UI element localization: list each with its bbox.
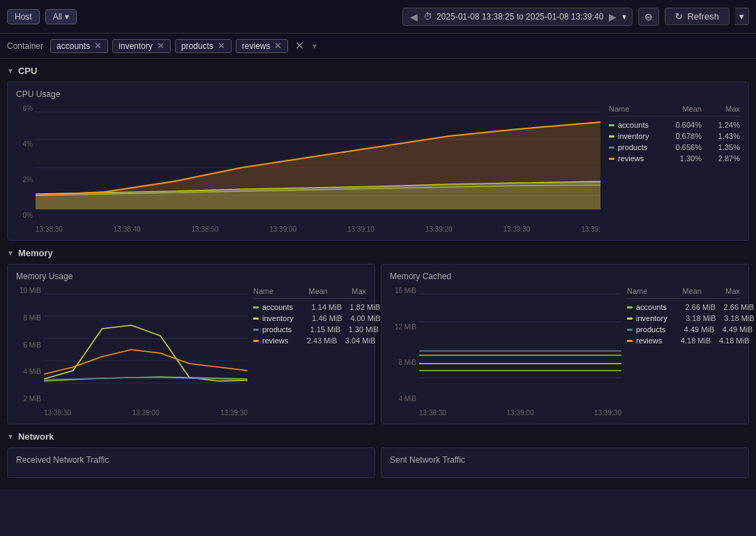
filter-tag-accounts-label: accounts [56, 41, 90, 51]
memory-section-label: Memory [18, 248, 53, 258]
cpu-section: ▼ CPU CPU Usage 6% 4% 2% 0% [7, 64, 749, 241]
memory-cached-legend: Name Mean Max accounts 2.66 MiB 2.66 MiB [621, 287, 740, 346]
products-color-dot [609, 147, 614, 149]
refresh-label: Refresh [687, 11, 719, 22]
mem-legend-products: products 1.15 MiB 1.30 MiB [253, 324, 366, 335]
legend-row-products: products 0.656% 1.35% [609, 142, 740, 153]
filter-bar: Container accounts ✕ inventory ✕ product… [0, 34, 756, 59]
legend-row-reviews: reviews 1.30% 2.87% [609, 153, 740, 164]
memory-usage-chart-container: 10 MiB 8 MiB 6 MiB 4 MiB 2 MiB [16, 287, 366, 417]
memory-cached-y-labels: 16 MiB 12 MiB 8 MiB 4 MiB [390, 287, 419, 417]
memory-usage-panel: Memory Usage 10 MiB 8 MiB 6 MiB 4 MiB 2 … [7, 264, 375, 424]
memory-cached-chart-container: 16 MiB 12 MiB 8 MiB 4 MiB [390, 287, 740, 417]
memory-usage-legend-header: Name Mean Max [253, 287, 366, 299]
memory-usage-title: Memory Usage [16, 271, 366, 281]
memory-usage-legend: Name Mean Max accounts 1.14 MiB 1.82 MiB [248, 287, 366, 346]
filter-clear-button[interactable]: ✕ [292, 39, 307, 52]
received-network-panel: Received Network Traffic [7, 447, 375, 478]
cpu-x-labels: 13:38:30 13:38:40 13:38:50 13:39:00 13:3… [36, 225, 600, 233]
legend-row-accounts: accounts 0.604% 1.24% [609, 119, 740, 131]
cpu-legend-header: Name Mean Max [609, 105, 740, 117]
mem-legend-accounts: accounts 1.14 MiB 1.82 MiB [253, 302, 366, 313]
time-next-arrow[interactable]: ▶ [607, 11, 618, 22]
received-network-title: Received Network Traffic [16, 455, 366, 465]
mem-legend-inventory: inventory 1.46 MiB 4.00 MiB [253, 313, 366, 324]
filter-tag-reviews-remove[interactable]: ✕ [274, 41, 282, 50]
memory-y-labels: 10 MiB 8 MiB 6 MiB 4 MiB 2 MiB [16, 287, 44, 417]
top-bar: Host All ▾ ◀ ⏱ 2025-01-08 13:38:25 to 20… [0, 0, 756, 34]
cpu-section-header[interactable]: ▼ CPU [7, 64, 749, 77]
host-badge: Host [7, 9, 40, 24]
time-range-label: 2025-01-08 13:38:25 to 2025-01-08 13:39:… [437, 12, 604, 22]
filter-tag-inventory: inventory ✕ [112, 39, 171, 53]
filter-tag-inventory-remove[interactable]: ✕ [157, 41, 165, 50]
refresh-caret-button[interactable]: ▾ [735, 8, 749, 25]
network-section-label: Network [18, 431, 54, 442]
filter-tag-reviews-label: reviews [242, 41, 271, 51]
network-section-header[interactable]: ▼ Network [7, 430, 749, 443]
time-prev-arrow[interactable]: ◀ [409, 11, 419, 22]
memory-chevron-icon: ▼ [7, 249, 14, 257]
cpu-legend: Name Mean Max accounts 0.604% 1.24% [600, 105, 740, 164]
cpu-usage-panel: CPU Usage 6% 4% 2% 0% [7, 82, 749, 241]
filter-tag-products: products ✕ [175, 39, 232, 53]
sent-network-panel: Sent Network Traffic [381, 447, 749, 478]
reviews-color-dot [609, 158, 614, 160]
clock-icon: ⏱ [423, 11, 432, 22]
zoom-button[interactable]: ⊖ [638, 8, 659, 26]
cpu-chevron-icon: ▼ [7, 67, 14, 75]
sent-network-title: Sent Network Traffic [390, 455, 740, 465]
memory-cached-x-labels: 13:38:30 13:39:00 13:39:30 [419, 408, 621, 417]
inventory-color-dot [609, 135, 614, 137]
network-panels-row: Received Network Traffic Sent Network Tr… [7, 447, 749, 478]
memory-section: ▼ Memory Memory Usage 10 MiB 8 MiB 6 MiB… [7, 246, 749, 424]
memory-x-labels: 13:38:30 13:39:00 13:39:30 [44, 408, 248, 417]
time-caret-icon[interactable]: ▾ [622, 12, 626, 22]
cpu-y-labels: 6% 4% 2% 0% [16, 105, 36, 233]
cached-legend-reviews: reviews 4.18 MiB 4.18 MiB [627, 335, 740, 346]
memory-cached-panel: Memory Cached 16 MiB 12 MiB 8 MiB 4 MiB [381, 264, 749, 424]
refresh-icon: ↻ [675, 11, 683, 22]
cached-legend-accounts: accounts 2.66 MiB 2.66 MiB [627, 302, 740, 313]
legend-row-inventory: inventory 0.678% 1.43% [609, 131, 740, 142]
filter-tag-accounts-remove[interactable]: ✕ [94, 41, 102, 50]
filter-tag-reviews: reviews ✕ [236, 39, 289, 53]
svg-marker-7 [36, 122, 600, 209]
filter-tag-accounts: accounts ✕ [50, 39, 108, 53]
cpu-chart-svg [36, 105, 600, 223]
memory-section-header[interactable]: ▼ Memory [7, 246, 749, 260]
network-chevron-icon: ▼ [7, 433, 14, 440]
cpu-usage-title: CPU Usage [16, 89, 740, 99]
main-content: ▼ CPU CPU Usage 6% 4% 2% 0% [0, 59, 756, 489]
cached-legend-inventory: inventory 3.18 MiB 3.18 MiB [627, 313, 740, 324]
cached-legend-products: products 4.49 MiB 4.49 MiB [627, 324, 740, 335]
container-label: Container [7, 41, 43, 51]
filter-tag-inventory-label: inventory [119, 41, 153, 51]
time-range-nav: ◀ ⏱ 2025-01-08 13:38:25 to 2025-01-08 13… [402, 8, 633, 26]
memory-cached-svg [419, 287, 621, 405]
filter-tag-products-remove[interactable]: ✕ [218, 41, 225, 50]
memory-usage-svg [44, 287, 248, 405]
mem-legend-reviews: reviews 2.43 MiB 3.04 MiB [253, 335, 366, 346]
network-section: ▼ Network Received Network Traffic Sent … [7, 430, 749, 478]
memory-cached-legend-header: Name Mean Max [627, 287, 740, 299]
all-dropdown[interactable]: All ▾ [45, 9, 77, 24]
memory-cached-title: Memory Cached [390, 271, 740, 281]
cpu-chart-container: 6% 4% 2% 0% [16, 105, 740, 233]
filter-tag-products-label: products [181, 41, 213, 51]
refresh-button[interactable]: ↻ Refresh [665, 8, 729, 25]
chevron-down-icon: ▾ [312, 41, 317, 51]
accounts-color-dot [609, 124, 614, 126]
cpu-section-label: CPU [18, 66, 37, 76]
chevron-down-icon: ▾ [65, 12, 69, 22]
memory-panels-row: Memory Usage 10 MiB 8 MiB 6 MiB 4 MiB 2 … [7, 264, 749, 424]
all-label: All [53, 12, 62, 22]
